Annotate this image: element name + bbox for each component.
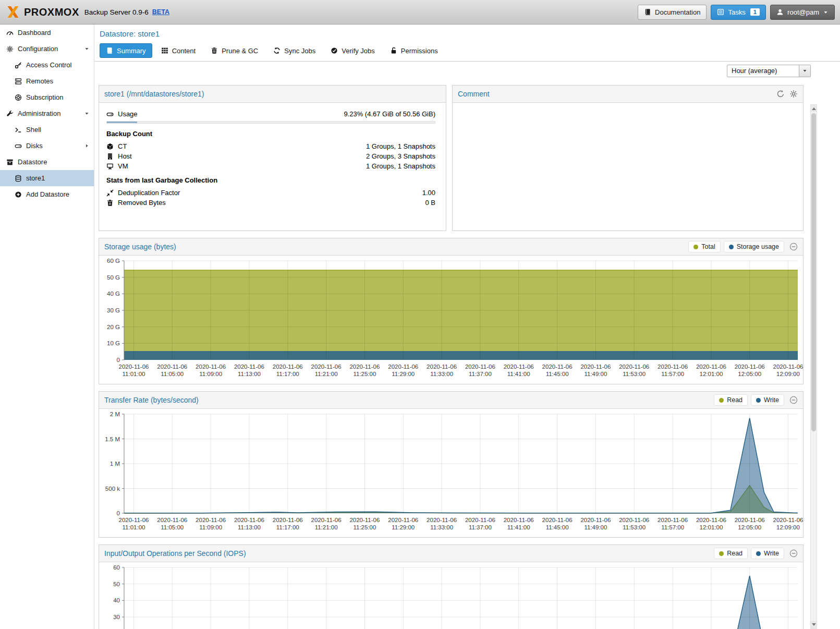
svg-text:2020-11-06: 2020-11-06 [234,364,264,370]
panel-title: Input/Output Operations per Second (IOPS… [104,549,246,558]
removed-bytes-value: 0 B [425,199,435,207]
chevron-down-icon[interactable] [84,111,90,116]
sidebar-item-remotes[interactable]: Remotes [0,73,94,89]
scrollbar-thumb[interactable] [811,113,816,431]
tab-label: Prune & GC [222,47,258,55]
panel-header: Input/Output Operations per Second (IOPS… [99,545,803,562]
svg-text:30 G: 30 G [107,307,120,313]
gear-icon [6,45,14,53]
usage-progress-fill [107,122,137,123]
svg-text:11:25:00: 11:25:00 [353,371,376,377]
database-icon [15,175,22,182]
chart-toolbar: Hour (average) [94,62,840,80]
sidebar-item-configuration[interactable]: Configuration [0,41,94,57]
brand-text: PROXMOX [24,6,79,18]
documentation-button[interactable]: Documentation [638,5,707,20]
sidebar-item-store1[interactable]: store1 [0,170,94,186]
time-range-combobox[interactable]: Hour (average) [727,65,811,77]
legend-item[interactable]: Write [751,394,784,406]
svg-text:60: 60 [113,564,120,571]
tab-content[interactable]: Content [155,43,202,58]
comment-panel: Comment [452,85,804,231]
tab-permissions[interactable]: Permissions [384,43,444,58]
dedup-label: Deduplication Factor [118,189,180,197]
sidebar-item-dashboard[interactable]: Dashboard [0,25,94,41]
gear-icon[interactable] [789,90,798,98]
sidebar-item-disks[interactable]: Disks [0,138,94,154]
svg-text:10 G: 10 G [107,340,120,346]
svg-text:2020-11-06: 2020-11-06 [658,517,688,523]
svg-text:2020-11-06: 2020-11-06 [619,364,649,370]
scroll-content: store1 (/mnt/datastores/store1) Usage 9.… [99,85,804,629]
collapse-icon[interactable] [789,243,798,251]
svg-text:2020-11-06: 2020-11-06 [735,517,765,523]
trash-icon [211,47,218,54]
svg-text:11:29:00: 11:29:00 [392,371,415,377]
dedup-row: Deduplication Factor 1.00 [106,188,435,198]
collapse-icon[interactable] [789,396,798,404]
sidebar-item-administration[interactable]: Administration [0,105,94,122]
svg-text:11:17:00: 11:17:00 [276,371,299,377]
panel-header: Comment [453,86,803,103]
hdd-icon [15,142,22,150]
svg-text:11:37:00: 11:37:00 [469,371,492,377]
combobox-value: Hour (average) [727,67,799,75]
legend-item[interactable]: Storage usage [724,241,784,252]
combobox-trigger[interactable] [799,65,810,77]
storage-usage-chart-panel: Storage usage (bytes) TotalStorage usage… [99,238,804,384]
svg-text:2020-11-06: 2020-11-06 [542,517,573,523]
panel-header: store1 (/mnt/datastores/store1) [99,86,446,103]
svg-text:2020-11-06: 2020-11-06 [311,364,342,370]
svg-text:2020-11-06: 2020-11-06 [388,364,418,370]
tasks-count-badge: 1 [750,8,760,16]
scroll-down-button[interactable] [811,621,817,628]
sidebar: Dashboard Configuration Access Control R… [0,25,94,629]
comment-body[interactable] [453,103,803,231]
user-menu-button[interactable]: root@pam [770,5,835,20]
vertical-scrollbar[interactable] [810,104,817,629]
sidebar-item-access-control[interactable]: Access Control [0,57,94,73]
svg-text:11:53:00: 11:53:00 [623,371,646,377]
usage-progressbar [106,121,435,124]
tasks-button[interactable]: Tasks 1 [711,5,766,20]
grid-icon [161,47,168,54]
legend-label: Read [727,396,742,404]
sidebar-item-add-datastore[interactable]: Add Datastore [0,186,94,202]
trash-icon [106,199,114,207]
tab-summary[interactable]: Summary [100,43,152,58]
svg-text:11:37:00: 11:37:00 [469,524,492,530]
scroll-up-button[interactable] [811,105,817,112]
sidebar-item-shell[interactable]: Shell [0,122,94,138]
sidebar-item-label: Add Datastore [26,190,69,198]
svg-text:2020-11-06: 2020-11-06 [119,364,149,370]
svg-text:11:33:00: 11:33:00 [430,371,453,377]
sidebar-item-subscription[interactable]: Subscription [0,89,94,105]
tab-label: Permissions [401,47,438,55]
svg-text:11:01:00: 11:01:00 [123,371,145,377]
sidebar-item-datastore[interactable]: Datastore [0,154,94,170]
check-circle-icon [331,47,338,54]
tab-verify-jobs[interactable]: Verify Jobs [324,43,381,58]
svg-text:2020-11-06: 2020-11-06 [465,364,495,370]
legend-item[interactable]: Total [688,241,720,252]
svg-text:2020-11-06: 2020-11-06 [157,517,187,523]
legend-label: Total [701,243,715,250]
tab-sync-jobs[interactable]: Sync Jobs [267,43,322,58]
legend-dot [693,245,698,249]
user-menu-label: root@pam [787,8,819,16]
svg-text:11:21:00: 11:21:00 [315,524,338,530]
legend-item[interactable]: Read [714,548,748,559]
svg-text:20 G: 20 G [107,324,120,330]
legend-item[interactable]: Write [751,548,784,559]
refresh-icon[interactable] [776,90,785,98]
chevron-down-icon[interactable] [84,46,90,52]
collapse-icon[interactable] [789,549,798,558]
key-icon [15,62,22,69]
beta-link[interactable]: BETA [152,8,169,16]
chevron-right-icon[interactable] [84,143,90,149]
sidebar-item-label: Subscription [26,93,64,101]
tab-prune-gc[interactable]: Prune & GC [204,43,264,58]
usage-label: Usage [118,110,138,118]
chart-legend: ReadWrite [714,548,784,559]
legend-item[interactable]: Read [714,394,748,406]
